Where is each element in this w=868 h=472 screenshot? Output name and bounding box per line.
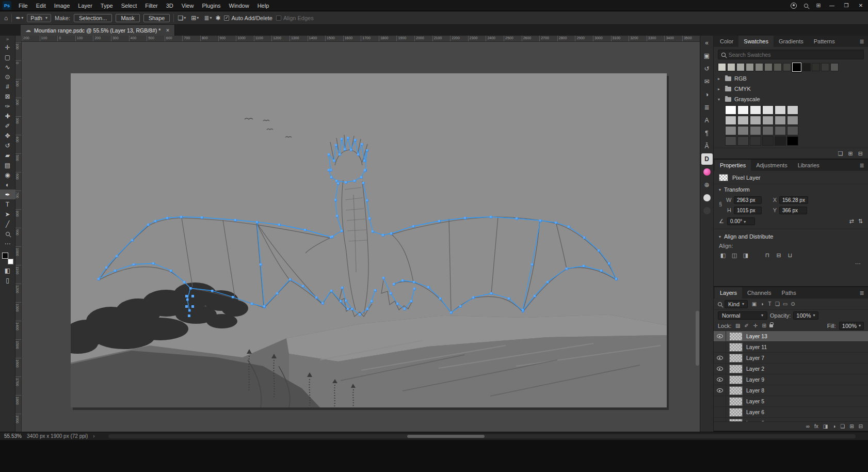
swatch[interactable] [762,136,774,146]
zoom-tool[interactable] [0,229,15,239]
workspace-icon[interactable]: ⊞ [812,0,825,11]
swatch[interactable] [725,136,736,146]
tab-patterns[interactable]: Patterns [809,36,840,47]
path-operations-icon[interactable]: ❏▾ [178,14,186,22]
menu-image[interactable]: Image [50,0,74,11]
menu-3d[interactable]: 3D [162,0,178,11]
swatch[interactable] [750,136,761,146]
menu-layer[interactable]: Layer [74,0,97,11]
device-preview-icon[interactable]: D [701,153,713,165]
gradient-ball-icon[interactable] [701,166,713,178]
swatch[interactable] [725,126,736,135]
type-tool[interactable]: T [0,199,15,209]
panel-menu-icon[interactable]: ≣ [856,160,868,171]
horizontal-scrollbar-thumb[interactable] [407,435,485,438]
swatch[interactable] [812,63,820,71]
object-selection-tool[interactable]: ⊙ [0,72,15,82]
swatch[interactable] [750,105,761,115]
crop-tool[interactable]: # [0,82,15,91]
swatch[interactable] [718,63,726,71]
make-shape-button[interactable]: Shape [143,14,170,22]
auto-add-delete-checkbox[interactable]: ✓ Auto Add/Delete [224,15,272,21]
tab-libraries[interactable]: Libraries [793,160,825,171]
swatch[interactable] [737,105,749,115]
lock-position-icon[interactable]: ✛ [752,323,759,328]
swatch[interactable] [775,116,786,125]
visibility-cell[interactable] [714,364,726,374]
pen-tool-preset-icon[interactable]: ✒▾ [15,14,23,22]
layer-row[interactable]: Layer 13 [714,331,868,342]
layer-row[interactable]: Layer 7 [714,353,868,364]
filter-pixel-icon[interactable]: ▣ [750,301,758,307]
x-field[interactable]: 156.28 px [779,196,808,204]
angle-field[interactable]: 0.00° ▾ [727,217,755,225]
delete-swatch-icon[interactable]: ⊟ [858,150,863,157]
restore-button[interactable]: ❐ [839,0,854,11]
opacity-field[interactable]: 100%▾ [793,311,818,320]
layer-thumbnail[interactable] [729,354,743,363]
filter-adjustment-icon[interactable]: ◑ [758,301,766,307]
link-dimensions-icon[interactable]: § [719,201,722,207]
swatch[interactable] [775,136,786,146]
layer-row[interactable]: Layer 8 [714,385,868,396]
account-icon[interactable] [787,0,800,11]
swatch[interactable] [737,136,749,146]
tab-gradients[interactable]: Gradients [774,36,809,47]
menu-filter[interactable]: Filter [141,0,162,11]
eye-icon[interactable] [717,388,723,392]
swatch[interactable] [821,63,829,71]
swatch-group-rgb[interactable]: ▸RGB [714,73,868,84]
minimize-button[interactable]: — [825,0,839,11]
layer-thumbnail[interactable] [729,408,743,417]
path-alignment-icon[interactable]: ⊞▾ [191,14,199,22]
history-icon[interactable]: ↺ [701,63,713,74]
link-layers-icon[interactable]: ∞ [806,423,810,429]
canvas-viewport[interactable] [22,42,700,432]
menu-window[interactable]: Window [225,0,253,11]
filter-toggle-icon[interactable]: ⊙ [789,301,797,307]
blend-mode-select[interactable]: Normal▾ [718,311,767,320]
swatch[interactable] [737,126,749,135]
frame-tool[interactable]: ⊠ [0,91,15,101]
filter-shape-icon[interactable]: ❏ [774,301,781,307]
eye-icon[interactable] [717,377,723,382]
panel-menu-icon[interactable]: ≣ [856,36,868,47]
comment-icon[interactable]: ✉ [701,76,713,87]
vertical-scrollbar[interactable] [696,311,699,366]
tab-channels[interactable]: Channels [742,287,776,298]
swatch[interactable] [775,126,786,135]
canvas-image[interactable] [22,42,700,432]
eyedropper-tool[interactable]: ✑ [0,101,15,111]
new-swatch-icon[interactable]: ⊞ [848,150,853,157]
lock-all-icon[interactable] [769,324,773,327]
glyphs-icon[interactable]: Ā [701,140,713,152]
home-icon[interactable]: ⌂ [4,14,8,22]
close-button[interactable]: ✕ [854,0,868,11]
swatch-group-cmyk[interactable]: ▸CMYK [714,84,868,94]
toolbar-collapse-icon[interactable]: » [6,36,9,42]
light-sphere-icon[interactable] [701,192,713,203]
menu-edit[interactable]: Edit [32,0,50,11]
quick-mask-tool[interactable]: ◧ [0,265,15,275]
search-icon[interactable] [800,0,812,11]
layer-thumbnail[interactable] [729,397,743,406]
swatch[interactable] [775,105,786,115]
eye-icon[interactable] [717,334,723,338]
screen-mode-tool[interactable]: ▯ [0,275,15,285]
layer-mask-icon[interactable]: ◨ [823,423,828,429]
lock-transparency-icon[interactable]: ▨ [734,323,741,328]
eye-icon[interactable] [717,367,723,371]
swatch[interactable] [787,136,798,146]
swatch[interactable] [792,62,801,72]
document-tab[interactable]: ☁ Mountian range.psdc @ 55.5% (Layer 13,… [21,25,175,36]
tab-paths[interactable]: Paths [777,287,801,298]
layer-row[interactable]: Layer 3 [714,418,868,421]
brush-tool[interactable]: ✐ [0,121,15,131]
swatch[interactable] [755,63,763,71]
swatch[interactable] [750,116,761,125]
swatch[interactable] [725,105,736,115]
lock-artboard-icon[interactable]: ⊞ [761,323,767,328]
visibility-cell[interactable] [714,385,726,396]
collapse-panels-icon[interactable]: « [701,37,713,49]
make-mask-button[interactable]: Mask [116,14,139,22]
